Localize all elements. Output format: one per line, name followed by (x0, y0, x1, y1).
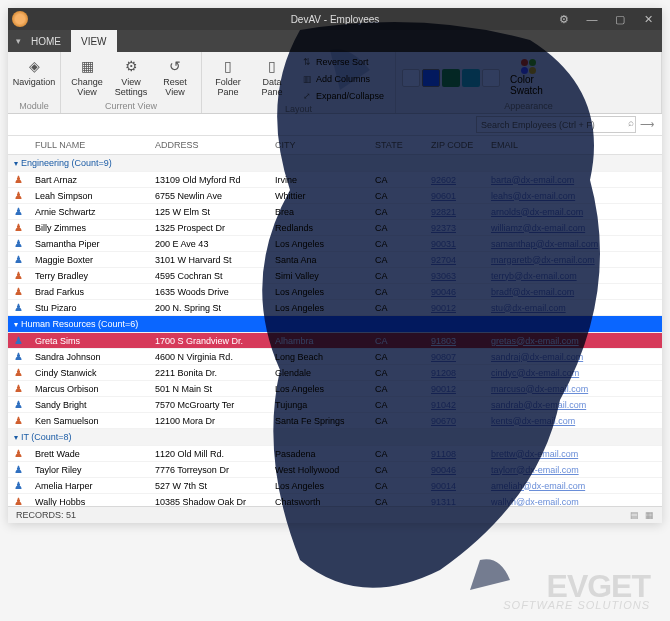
cell-email[interactable]: sandraj@dx-email.com (485, 349, 662, 365)
table-row[interactable]: ♟Marcus Orbison501 N Main StLos AngelesC… (8, 381, 662, 397)
cell-email[interactable]: marcuso@dx-email.com (485, 381, 662, 397)
col-address[interactable]: ADDRESS (149, 136, 269, 155)
data-pane-button[interactable]: ▯Data Pane (252, 54, 292, 104)
table-row[interactable]: ♟Stu Pizaro200 N. Spring StLos AngelesCA… (8, 300, 662, 316)
folder-pane-button[interactable]: ▯Folder Pane (208, 54, 248, 104)
cell-zip[interactable]: 90046 (425, 462, 485, 478)
close-button[interactable]: ✕ (634, 8, 662, 30)
table-row[interactable]: ♟Brett Wade1120 Old Mill Rd.PasadenaCA91… (8, 446, 662, 462)
search-submit-icon[interactable]: ⟶ (640, 119, 654, 130)
minimize-button[interactable]: — (578, 8, 606, 30)
cell-zip[interactable]: 90670 (425, 413, 485, 429)
cell-email[interactable]: ameliah@dx-email.com (485, 478, 662, 494)
cell-email[interactable]: stu@dx-email.com (485, 300, 662, 316)
person-icon: ♟ (14, 302, 23, 313)
cell-email[interactable]: cindyc@dx-email.com (485, 365, 662, 381)
cell-zip[interactable]: 91803 (425, 333, 485, 349)
cell-zip[interactable]: 90046 (425, 284, 485, 300)
cell-zip[interactable]: 91311 (425, 494, 485, 507)
data-grid[interactable]: FULL NAME ADDRESS CITY STATE ZIP CODE EM… (8, 136, 662, 506)
table-row[interactable]: ♟Cindy Stanwick2211 Bonita Dr.GlendaleCA… (8, 365, 662, 381)
icon-column[interactable] (8, 136, 29, 155)
table-row[interactable]: ♟Leah Simpson6755 Newlin AveWhittierCA90… (8, 188, 662, 204)
view-tab[interactable]: VIEW (71, 30, 117, 52)
cell-email[interactable]: margaretb@dx-email.com (485, 252, 662, 268)
view-list-icon[interactable]: ▤ (630, 510, 639, 520)
cell-email[interactable]: barta@dx-email.com (485, 172, 662, 188)
swatch-light[interactable] (482, 69, 500, 87)
cell-email[interactable]: sandrab@dx-email.com (485, 397, 662, 413)
table-row[interactable]: ♟Sandy Bright7570 McGroarty TerTujungaCA… (8, 397, 662, 413)
group-row[interactable]: ▾IT (Count=8) (8, 429, 662, 446)
cell-name: Samantha Piper (29, 236, 149, 252)
swatch-green[interactable] (442, 69, 460, 87)
col-city[interactable]: CITY (269, 136, 369, 155)
table-row[interactable]: ♟Billy Zimmes1325 Prospect DrRedlandsCA9… (8, 220, 662, 236)
swatch-cyan[interactable] (462, 69, 480, 87)
table-row[interactable]: ♟Bart Arnaz13109 Old Myford RdIrvineCA92… (8, 172, 662, 188)
settings-icon[interactable]: ⚙ (550, 8, 578, 30)
cell-email[interactable]: arnolds@dx-email.com (485, 204, 662, 220)
cell-zip[interactable]: 90031 (425, 236, 485, 252)
expand-collapse-button[interactable]: ⤢Expand/Collapse (296, 88, 389, 104)
home-tab[interactable]: HOME (21, 30, 71, 52)
table-row[interactable]: ♟Arnie Schwartz125 W Elm StBreaCA92821ar… (8, 204, 662, 220)
cell-zip[interactable]: 91208 (425, 365, 485, 381)
col-zip[interactable]: ZIP CODE (425, 136, 485, 155)
cell-email[interactable]: wallyh@dx-email.com (485, 494, 662, 507)
person-icon: ♟ (14, 480, 23, 491)
person-icon: ♟ (14, 496, 23, 506)
col-state[interactable]: STATE (369, 136, 425, 155)
maximize-button[interactable]: ▢ (606, 8, 634, 30)
cell-zip[interactable]: 91108 (425, 446, 485, 462)
table-row[interactable]: ♟Sandra Johnson4600 N Virginia Rd.Long B… (8, 349, 662, 365)
view-settings-button[interactable]: ⚙View Settings (111, 54, 151, 101)
cell-email[interactable]: taylorr@dx-email.com (485, 462, 662, 478)
cell-email[interactable]: brettw@dx-email.com (485, 446, 662, 462)
cell-email[interactable]: williamz@dx-email.com (485, 220, 662, 236)
cell-zip[interactable]: 90012 (425, 300, 485, 316)
table-row[interactable]: ♟Terry Bradley4595 Cochran StSimi Valley… (8, 268, 662, 284)
cell-zip[interactable]: 91042 (425, 397, 485, 413)
cell-name: Terry Bradley (29, 268, 149, 284)
add-columns-button[interactable]: ▥Add Columns (296, 71, 389, 87)
cell-zip[interactable]: 92704 (425, 252, 485, 268)
table-row[interactable]: ♟Wally Hobbs10385 Shadow Oak DrChatswort… (8, 494, 662, 507)
cell-zip[interactable]: 92602 (425, 172, 485, 188)
group-row[interactable]: ▾Human Resources (Count=6) (8, 316, 662, 333)
table-row[interactable]: ♟Taylor Riley7776 Torreyson DrWest Holly… (8, 462, 662, 478)
cell-name: Sandy Bright (29, 397, 149, 413)
cell-zip[interactable]: 92821 (425, 204, 485, 220)
cell-email[interactable]: leahs@dx-email.com (485, 188, 662, 204)
reset-view-button[interactable]: ↺Reset View (155, 54, 195, 101)
cell-zip[interactable]: 90807 (425, 349, 485, 365)
group-row[interactable]: ▾Engineering (Count=9) (8, 155, 662, 172)
cell-email[interactable]: bradf@dx-email.com (485, 284, 662, 300)
cell-email[interactable]: gretas@dx-email.com (485, 333, 662, 349)
cell-zip[interactable]: 93063 (425, 268, 485, 284)
search-input[interactable] (476, 116, 636, 133)
table-row[interactable]: ♟Ken Samuelson12100 Mora DrSanta Fe Spri… (8, 413, 662, 429)
reverse-sort-button[interactable]: ⇅Reverse Sort (296, 54, 389, 70)
cell-email[interactable]: terryb@dx-email.com (485, 268, 662, 284)
view-card-icon[interactable]: ▦ (645, 510, 654, 520)
cell-zip[interactable]: 90012 (425, 381, 485, 397)
swatch-blue[interactable] (422, 69, 440, 87)
table-row[interactable]: ♟Amelia Harper527 W 7th StLos AngelesCA9… (8, 478, 662, 494)
color-swatch-button[interactable]: Color Swatch (510, 59, 546, 96)
cell-zip[interactable]: 92373 (425, 220, 485, 236)
cell-email[interactable]: samanthap@dx-email.com (485, 236, 662, 252)
table-row[interactable]: ♟Greta Sims1700 S Grandview Dr.AlhambraC… (8, 333, 662, 349)
cell-email[interactable]: kents@dx-email.com (485, 413, 662, 429)
col-fullname[interactable]: FULL NAME (29, 136, 149, 155)
table-row[interactable]: ♟Brad Farkus1635 Woods DriveLos AngelesC… (8, 284, 662, 300)
navigation-button[interactable]: ◈ Navigation (14, 54, 54, 101)
col-email[interactable]: EMAIL (485, 136, 662, 155)
table-row[interactable]: ♟Maggie Boxter3101 W Harvard StSanta Ana… (8, 252, 662, 268)
cell-zip[interactable]: 90601 (425, 188, 485, 204)
cell-zip[interactable]: 90014 (425, 478, 485, 494)
change-view-button[interactable]: ▦Change View (67, 54, 107, 101)
swatch-white[interactable] (402, 69, 420, 87)
table-row[interactable]: ♟Samantha Piper200 E Ave 43Los AngelesCA… (8, 236, 662, 252)
grid-icon: ▦ (77, 56, 97, 76)
